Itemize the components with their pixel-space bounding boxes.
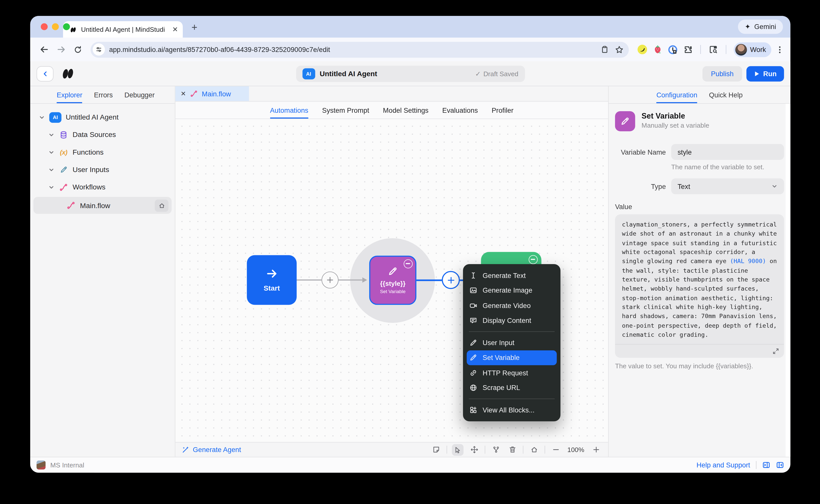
- add-block-button-active[interactable]: [442, 271, 460, 289]
- auto-layout-tool[interactable]: [490, 444, 502, 455]
- browser-tab[interactable]: Untitled AI Agent | MindStudi ✕: [63, 21, 183, 38]
- status-bar: MS Internal Help and Support: [30, 457, 790, 473]
- tree-item-workflows[interactable]: Workflows: [30, 178, 175, 196]
- node-start[interactable]: Start: [247, 255, 297, 305]
- site-settings-icon[interactable]: [93, 43, 105, 55]
- chevron-down-icon[interactable]: [39, 114, 45, 120]
- flow-canvas[interactable]: Start {{style}} Set Variable: [175, 119, 608, 442]
- chevron-down-icon[interactable]: [48, 149, 54, 155]
- reload-button[interactable]: [70, 42, 85, 57]
- menu-item-http-request[interactable]: HTTP Request: [463, 365, 560, 380]
- link-icon: [469, 369, 477, 377]
- tree-item-functions[interactable]: (x) Functions: [30, 144, 175, 161]
- new-tab-button[interactable]: +: [187, 20, 202, 35]
- image-icon: [469, 287, 477, 294]
- menu-item-set-variable[interactable]: Set Variable: [467, 350, 557, 365]
- chevron-down-icon[interactable]: [48, 131, 54, 138]
- pencil-icon: [388, 266, 398, 276]
- tree-item-agent-root[interactable]: AI Untitled AI Agent: [30, 108, 175, 126]
- publish-button[interactable]: Publish: [703, 66, 742, 81]
- tree-item-main-flow[interactable]: Main.flow: [33, 197, 172, 214]
- hal-highlight: (HAL 9000): [730, 258, 766, 265]
- bookmark-star-icon[interactable]: [615, 45, 624, 54]
- variable-name-input[interactable]: style: [671, 144, 784, 160]
- generate-agent-button[interactable]: Generate Agent: [182, 446, 241, 454]
- blocks-icon: [469, 406, 477, 414]
- editor-tab-main-flow[interactable]: ✕ Main.flow: [175, 86, 249, 101]
- menu-item-display-content[interactable]: Display Content: [463, 313, 560, 328]
- agent-title-pill[interactable]: AI Untitled AI Agent ✓Draft Saved: [296, 66, 525, 82]
- home-view-tool[interactable]: [528, 444, 540, 455]
- tab-model-settings[interactable]: Model Settings: [383, 102, 428, 119]
- add-note-tool[interactable]: [430, 444, 442, 455]
- clipboard-icon[interactable]: [600, 45, 608, 53]
- pan-tool[interactable]: [468, 444, 480, 455]
- value-text[interactable]: claymation_stoners, a perfectly symmetri…: [615, 214, 784, 344]
- node-set-variable[interactable]: {{style}} Set Variable: [369, 256, 417, 305]
- tab-configuration[interactable]: Configuration: [657, 86, 697, 103]
- zoom-out-button[interactable]: [550, 444, 561, 455]
- variable-name-label: Variable Name: [615, 148, 666, 156]
- banana-extension-icon[interactable]: [637, 44, 647, 54]
- tab-debugger[interactable]: Debugger: [124, 86, 155, 103]
- menu-item-view-all-blocks[interactable]: View All Blocks...: [463, 402, 560, 417]
- extensions-puzzle-icon[interactable]: [684, 45, 693, 54]
- select-tool[interactable]: [452, 444, 463, 455]
- menu-item-user-input[interactable]: User Input: [463, 335, 560, 350]
- collapse-node-icon[interactable]: [404, 259, 413, 268]
- panel-scrollbar[interactable]: [786, 104, 790, 457]
- tree-item-user-inputs[interactable]: User Inputs: [30, 161, 175, 178]
- app-back-button[interactable]: [37, 66, 53, 81]
- delete-tool[interactable]: [506, 444, 518, 455]
- menu-item-generate-image[interactable]: Generate Image: [463, 283, 560, 298]
- gemini-button[interactable]: ✦ Gemini: [738, 20, 783, 34]
- add-block-button[interactable]: [322, 271, 339, 288]
- minimize-window-button[interactable]: [52, 23, 59, 30]
- mindstudio-logo[interactable]: [60, 68, 76, 80]
- url-text[interactable]: app.mindstudio.ai/agents/857270b0-af06-4…: [109, 45, 596, 53]
- browser-tabstrip: Untitled AI Agent | MindStudi ✕ + ✦ Gemi…: [30, 16, 790, 38]
- value-editor[interactable]: claymation_stoners, a perfectly symmetri…: [615, 214, 784, 358]
- forward-button[interactable]: [53, 42, 68, 57]
- pencil-icon: [59, 166, 68, 174]
- tab-title: Untitled AI Agent | MindStudi: [81, 26, 168, 33]
- zoom-in-button[interactable]: [590, 444, 602, 455]
- block-subtitle: Manually set a variable: [642, 122, 709, 129]
- tab-close-icon[interactable]: ✕: [172, 26, 178, 33]
- collapse-node-icon[interactable]: [529, 255, 538, 264]
- chevron-down-icon[interactable]: [48, 166, 54, 173]
- strawberry-extension-icon[interactable]: [653, 45, 662, 54]
- maximize-window-button[interactable]: [63, 23, 70, 30]
- profile-chip[interactable]: Work: [734, 42, 771, 57]
- expand-icon[interactable]: [772, 348, 779, 355]
- help-and-support-link[interactable]: Help and Support: [697, 461, 750, 469]
- menu-item-generate-video[interactable]: Generate Video: [463, 298, 560, 313]
- toggle-left-panel-icon[interactable]: [776, 461, 784, 469]
- browser-menu-icon[interactable]: [776, 45, 784, 54]
- menu-item-generate-text[interactable]: Generate Text: [463, 268, 560, 283]
- tab-evaluations[interactable]: Evaluations: [442, 102, 478, 119]
- database-icon: [59, 130, 68, 139]
- editor-tabbar: ✕ Main.flow: [175, 86, 608, 102]
- chevron-down-icon[interactable]: [48, 184, 54, 190]
- reading-mode-icon[interactable]: [709, 45, 718, 54]
- close-tab-icon[interactable]: ✕: [181, 90, 186, 97]
- onepassword-extension-icon[interactable]: [668, 45, 678, 54]
- explorer-tree: AI Untitled AI Agent Data Sources (x) Fu…: [30, 104, 175, 214]
- run-button[interactable]: Run: [746, 66, 784, 81]
- back-button[interactable]: [37, 42, 51, 57]
- tree-item-data-sources[interactable]: Data Sources: [30, 126, 175, 143]
- tab-explorer[interactable]: Explorer: [57, 86, 82, 103]
- tab-automations[interactable]: Automations: [270, 102, 309, 119]
- toolbar-separator: [700, 45, 701, 54]
- close-window-button[interactable]: [41, 23, 48, 30]
- menu-item-scrape-url[interactable]: Scrape URL: [463, 380, 560, 396]
- type-select[interactable]: Text: [671, 178, 784, 194]
- tab-profiler[interactable]: Profiler: [491, 102, 513, 119]
- toggle-right-panel-icon[interactable]: [762, 461, 770, 469]
- tab-quick-help[interactable]: Quick Help: [709, 86, 743, 103]
- tab-system-prompt[interactable]: System Prompt: [322, 102, 369, 119]
- tab-errors[interactable]: Errors: [94, 86, 113, 103]
- address-bar[interactable]: app.mindstudio.ai/agents/857270b0-af06-4…: [91, 42, 629, 58]
- home-flow-button[interactable]: [155, 199, 169, 211]
